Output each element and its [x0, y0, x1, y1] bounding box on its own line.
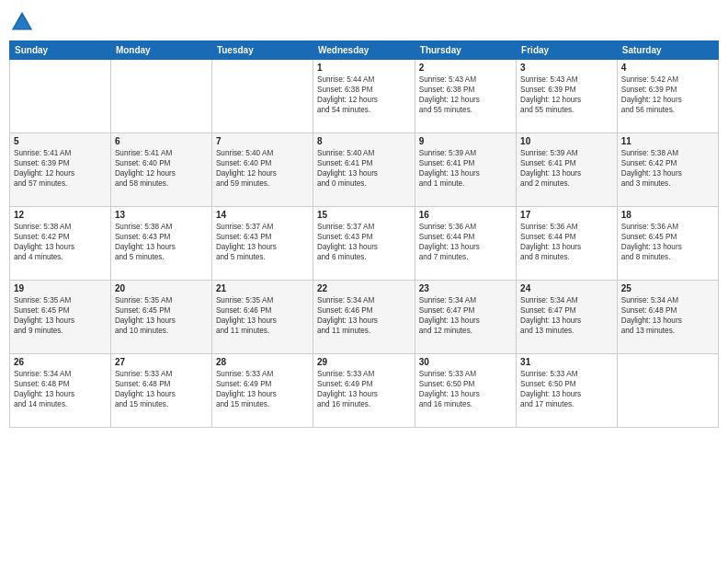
day-cell: 12Sunrise: 5:38 AM Sunset: 6:42 PM Dayli…: [10, 207, 111, 281]
day-number: 5: [14, 136, 107, 146]
day-number: 24: [520, 283, 613, 293]
day-number: 3: [520, 63, 613, 73]
day-cell: 25Sunrise: 5:34 AM Sunset: 6:48 PM Dayli…: [617, 281, 718, 354]
day-number: 15: [317, 210, 411, 220]
day-number: 4: [621, 63, 714, 73]
day-cell: 27Sunrise: 5:33 AM Sunset: 6:48 PM Dayli…: [110, 354, 211, 428]
week-row-5: 26Sunrise: 5:34 AM Sunset: 6:48 PM Dayli…: [10, 354, 719, 428]
day-number: 18: [621, 210, 714, 220]
day-detail: Sunrise: 5:40 AM Sunset: 6:40 PM Dayligh…: [216, 148, 309, 189]
day-detail: Sunrise: 5:37 AM Sunset: 6:43 PM Dayligh…: [317, 222, 411, 262]
day-detail: Sunrise: 5:39 AM Sunset: 6:41 PM Dayligh…: [520, 148, 613, 189]
day-cell: 28Sunrise: 5:33 AM Sunset: 6:49 PM Dayli…: [211, 354, 313, 428]
day-cell: 4Sunrise: 5:42 AM Sunset: 6:39 PM Daylig…: [617, 60, 718, 133]
day-cell: 5Sunrise: 5:41 AM Sunset: 6:39 PM Daylig…: [10, 133, 111, 207]
day-detail: Sunrise: 5:36 AM Sunset: 6:44 PM Dayligh…: [419, 222, 512, 262]
day-cell: 10Sunrise: 5:39 AM Sunset: 6:41 PM Dayli…: [517, 133, 618, 207]
day-cell: 11Sunrise: 5:38 AM Sunset: 6:42 PM Dayli…: [617, 133, 718, 207]
day-number: 16: [419, 210, 512, 220]
day-number: 22: [317, 283, 411, 293]
col-header-tuesday: Tuesday: [211, 41, 313, 60]
day-cell: 19Sunrise: 5:35 AM Sunset: 6:45 PM Dayli…: [10, 281, 111, 354]
day-number: 27: [115, 357, 208, 367]
day-cell: 22Sunrise: 5:34 AM Sunset: 6:46 PM Dayli…: [313, 281, 415, 354]
logo-icon: [9, 9, 35, 35]
day-cell: [617, 354, 718, 428]
day-number: 2: [419, 63, 512, 73]
day-number: 23: [419, 283, 512, 293]
day-number: 8: [317, 136, 411, 146]
day-detail: Sunrise: 5:43 AM Sunset: 6:39 PM Dayligh…: [520, 75, 613, 115]
week-row-2: 5Sunrise: 5:41 AM Sunset: 6:39 PM Daylig…: [10, 133, 719, 207]
day-number: 31: [520, 357, 613, 367]
day-detail: Sunrise: 5:41 AM Sunset: 6:40 PM Dayligh…: [115, 148, 208, 189]
header: [9, 9, 719, 35]
day-number: 19: [14, 283, 107, 293]
day-cell: 26Sunrise: 5:34 AM Sunset: 6:48 PM Dayli…: [10, 354, 111, 428]
day-detail: Sunrise: 5:41 AM Sunset: 6:39 PM Dayligh…: [14, 148, 107, 189]
day-detail: Sunrise: 5:34 AM Sunset: 6:48 PM Dayligh…: [14, 369, 107, 409]
col-header-sunday: Sunday: [10, 41, 111, 60]
day-detail: Sunrise: 5:35 AM Sunset: 6:46 PM Dayligh…: [216, 295, 309, 336]
day-cell: 16Sunrise: 5:36 AM Sunset: 6:44 PM Dayli…: [415, 207, 516, 281]
day-cell: 29Sunrise: 5:33 AM Sunset: 6:49 PM Dayli…: [313, 354, 415, 428]
day-detail: Sunrise: 5:38 AM Sunset: 6:43 PM Dayligh…: [115, 222, 208, 262]
day-detail: Sunrise: 5:33 AM Sunset: 6:49 PM Dayligh…: [317, 369, 411, 409]
day-cell: 13Sunrise: 5:38 AM Sunset: 6:43 PM Dayli…: [110, 207, 211, 281]
day-number: 21: [216, 283, 309, 293]
day-cell: 20Sunrise: 5:35 AM Sunset: 6:45 PM Dayli…: [110, 281, 211, 354]
day-cell: 31Sunrise: 5:33 AM Sunset: 6:50 PM Dayli…: [517, 354, 618, 428]
day-detail: Sunrise: 5:44 AM Sunset: 6:38 PM Dayligh…: [317, 75, 411, 115]
day-detail: Sunrise: 5:43 AM Sunset: 6:38 PM Dayligh…: [419, 75, 512, 115]
day-detail: Sunrise: 5:33 AM Sunset: 6:49 PM Dayligh…: [216, 369, 309, 409]
day-number: 11: [621, 136, 714, 146]
week-row-4: 19Sunrise: 5:35 AM Sunset: 6:45 PM Dayli…: [10, 281, 719, 354]
day-detail: Sunrise: 5:34 AM Sunset: 6:46 PM Dayligh…: [317, 295, 411, 336]
day-detail: Sunrise: 5:35 AM Sunset: 6:45 PM Dayligh…: [115, 295, 208, 336]
week-row-1: 1Sunrise: 5:44 AM Sunset: 6:38 PM Daylig…: [10, 60, 719, 133]
day-detail: Sunrise: 5:34 AM Sunset: 6:47 PM Dayligh…: [520, 295, 613, 336]
day-detail: Sunrise: 5:39 AM Sunset: 6:41 PM Dayligh…: [419, 148, 512, 189]
day-number: 13: [115, 210, 208, 220]
day-cell: 18Sunrise: 5:36 AM Sunset: 6:45 PM Dayli…: [617, 207, 718, 281]
day-cell: 9Sunrise: 5:39 AM Sunset: 6:41 PM Daylig…: [415, 133, 516, 207]
day-number: 29: [317, 357, 411, 367]
day-detail: Sunrise: 5:36 AM Sunset: 6:45 PM Dayligh…: [621, 222, 714, 262]
day-number: 28: [216, 357, 309, 367]
day-detail: Sunrise: 5:33 AM Sunset: 6:50 PM Dayligh…: [520, 369, 613, 409]
logo: [9, 9, 39, 35]
day-detail: Sunrise: 5:40 AM Sunset: 6:41 PM Dayligh…: [317, 148, 411, 189]
col-header-wednesday: Wednesday: [313, 41, 415, 60]
day-cell: 8Sunrise: 5:40 AM Sunset: 6:41 PM Daylig…: [313, 133, 415, 207]
day-cell: 17Sunrise: 5:36 AM Sunset: 6:44 PM Dayli…: [517, 207, 618, 281]
day-number: 9: [419, 136, 512, 146]
day-cell: 6Sunrise: 5:41 AM Sunset: 6:40 PM Daylig…: [110, 133, 211, 207]
day-cell: [110, 60, 211, 133]
day-number: 12: [14, 210, 107, 220]
calendar-table: SundayMondayTuesdayWednesdayThursdayFrid…: [9, 40, 719, 428]
col-header-monday: Monday: [110, 41, 211, 60]
day-cell: 3Sunrise: 5:43 AM Sunset: 6:39 PM Daylig…: [517, 60, 618, 133]
day-cell: [10, 60, 111, 133]
day-cell: 15Sunrise: 5:37 AM Sunset: 6:43 PM Dayli…: [313, 207, 415, 281]
day-detail: Sunrise: 5:35 AM Sunset: 6:45 PM Dayligh…: [14, 295, 107, 336]
day-number: 17: [520, 210, 613, 220]
day-number: 30: [419, 357, 512, 367]
day-detail: Sunrise: 5:38 AM Sunset: 6:42 PM Dayligh…: [14, 222, 107, 262]
day-cell: 7Sunrise: 5:40 AM Sunset: 6:40 PM Daylig…: [211, 133, 313, 207]
col-header-friday: Friday: [517, 41, 618, 60]
col-header-thursday: Thursday: [415, 41, 516, 60]
day-detail: Sunrise: 5:38 AM Sunset: 6:42 PM Dayligh…: [621, 148, 714, 189]
day-cell: 14Sunrise: 5:37 AM Sunset: 6:43 PM Dayli…: [211, 207, 313, 281]
day-detail: Sunrise: 5:42 AM Sunset: 6:39 PM Dayligh…: [621, 75, 714, 115]
day-number: 26: [14, 357, 107, 367]
day-detail: Sunrise: 5:36 AM Sunset: 6:44 PM Dayligh…: [520, 222, 613, 262]
day-number: 10: [520, 136, 613, 146]
day-cell: 30Sunrise: 5:33 AM Sunset: 6:50 PM Dayli…: [415, 354, 516, 428]
day-detail: Sunrise: 5:34 AM Sunset: 6:47 PM Dayligh…: [419, 295, 512, 336]
header-row: SundayMondayTuesdayWednesdayThursdayFrid…: [10, 41, 719, 60]
day-cell: 21Sunrise: 5:35 AM Sunset: 6:46 PM Dayli…: [211, 281, 313, 354]
day-number: 14: [216, 210, 309, 220]
day-cell: [211, 60, 313, 133]
day-detail: Sunrise: 5:37 AM Sunset: 6:43 PM Dayligh…: [216, 222, 309, 262]
